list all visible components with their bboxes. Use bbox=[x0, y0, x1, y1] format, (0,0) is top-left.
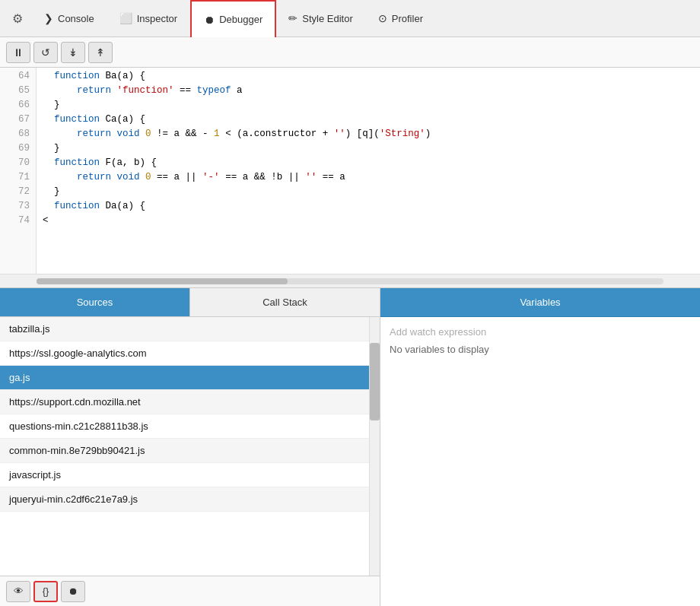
bottom-panel: Sources Call Stack tabzilla.jshttps://ss… bbox=[0, 288, 700, 606]
code-horizontal-scrollbar[interactable] bbox=[0, 274, 700, 287]
line-number: 70 bbox=[6, 156, 30, 170]
code-line: < bbox=[43, 214, 694, 228]
sources-scrollbar-thumb[interactable] bbox=[370, 343, 380, 420]
source-item-common-min[interactable]: common-min.8e729bb90421.js bbox=[0, 439, 369, 463]
code-line: } bbox=[43, 185, 694, 199]
code-line: function F(a, b) { bbox=[43, 156, 694, 170]
line-number: 74 bbox=[6, 214, 30, 228]
step-in-button[interactable]: ↡ bbox=[61, 42, 85, 63]
tab-inspector[interactable]: ⬜ Inspector bbox=[107, 0, 190, 37]
tab-profiler[interactable]: ⊙ Profiler bbox=[366, 0, 436, 37]
variables-content: Add watch expression No variables to dis… bbox=[380, 317, 700, 606]
code-lines[interactable]: function Ba(a) { return 'function' == ty… bbox=[37, 68, 700, 274]
right-panel: Variables Add watch expression No variab… bbox=[380, 288, 700, 606]
watch-expression[interactable]: Add watch expression bbox=[390, 323, 691, 341]
line-number: 66 bbox=[6, 98, 30, 113]
code-line: return 'function' == typeof a bbox=[43, 84, 694, 98]
line-number: 68 bbox=[6, 127, 30, 141]
source-item-ga[interactable]: ga.js bbox=[0, 366, 369, 390]
tab-style-editor[interactable]: ✏ Style Editor bbox=[276, 0, 365, 37]
console-icon: ❯ bbox=[44, 12, 53, 24]
line-number: 73 bbox=[6, 199, 30, 214]
line-number: 71 bbox=[6, 170, 30, 185]
tab-bar: ⚙ ❯ Console ⬜ Inspector ⏺ Debugger ✏ Sty… bbox=[0, 0, 700, 37]
line-numbers: 6465666768697071727374 bbox=[0, 68, 37, 274]
code-line: function Ba(a) { bbox=[43, 69, 694, 84]
source-item-javascript[interactable]: javascript.js bbox=[0, 463, 369, 487]
line-number: 64 bbox=[6, 69, 30, 84]
left-panel: Sources Call Stack tabzilla.jshttps://ss… bbox=[0, 288, 380, 606]
code-line: function Ca(a) { bbox=[43, 113, 694, 127]
panel-tabs: Sources Call Stack bbox=[0, 288, 380, 317]
debugger-toolbar: ⏸ ↺ ↡ ↟ bbox=[0, 37, 700, 68]
gear-icon[interactable]: ⚙ bbox=[3, 0, 32, 37]
sources-bottom-toolbar: 👁{}⏺ bbox=[0, 576, 380, 606]
code-line: return void 0 == a || '-' == a && !b || … bbox=[43, 170, 694, 185]
tab-sources[interactable]: Sources bbox=[0, 288, 190, 316]
style-editor-icon: ✏ bbox=[288, 12, 298, 24]
source-item-support-cdn[interactable]: https://support.cdn.mozilla.net bbox=[0, 390, 369, 414]
inspector-icon: ⬜ bbox=[119, 12, 132, 24]
code-editor: 6465666768697071727374 function Ba(a) { … bbox=[0, 68, 700, 288]
code-line: } bbox=[43, 141, 694, 156]
code-line: return void 0 != a && - 1 < (a.construct… bbox=[43, 127, 694, 141]
scrollbar-thumb[interactable] bbox=[37, 278, 288, 284]
scrollbar-track[interactable] bbox=[37, 278, 663, 284]
line-number: 67 bbox=[6, 113, 30, 127]
source-item-questions-min[interactable]: questions-min.c21c28811b38.js bbox=[0, 414, 369, 439]
pause-button[interactable]: ⏸ bbox=[6, 42, 30, 63]
code-line: } bbox=[43, 98, 694, 113]
profiler-icon: ⊙ bbox=[378, 12, 387, 24]
sources-list: tabzilla.jshttps://ssl.google-analytics.… bbox=[0, 317, 380, 576]
tab-console[interactable]: ❯ Console bbox=[32, 0, 107, 37]
debugger-icon: ⏺ bbox=[204, 14, 215, 26]
source-item-tabzilla[interactable]: tabzilla.js bbox=[0, 317, 369, 341]
line-number: 72 bbox=[6, 185, 30, 199]
sources-scrollbar[interactable] bbox=[369, 317, 380, 576]
step-over-button[interactable]: ↺ bbox=[33, 42, 58, 63]
sources-items[interactable]: tabzilla.jshttps://ssl.google-analytics.… bbox=[0, 317, 369, 576]
no-variables-text: No variables to display bbox=[390, 341, 691, 358]
tab-debugger[interactable]: ⏺ Debugger bbox=[190, 0, 276, 37]
circle-button[interactable]: ⏺ bbox=[61, 581, 85, 602]
code-line: function Da(a) { bbox=[43, 199, 694, 214]
tab-call-stack[interactable]: Call Stack bbox=[190, 288, 380, 316]
braces-button[interactable]: {} bbox=[33, 581, 58, 602]
variables-header: Variables bbox=[380, 288, 700, 317]
step-out-button[interactable]: ↟ bbox=[88, 42, 113, 63]
source-item-google-analytics[interactable]: https://ssl.google-analytics.com bbox=[0, 341, 369, 366]
line-number: 65 bbox=[6, 84, 30, 98]
line-number: 69 bbox=[6, 141, 30, 156]
source-item-jqueryui-min[interactable]: jqueryui-min.c2df6c21e7a9.js bbox=[0, 487, 369, 512]
eye-button[interactable]: 👁 bbox=[6, 581, 30, 602]
